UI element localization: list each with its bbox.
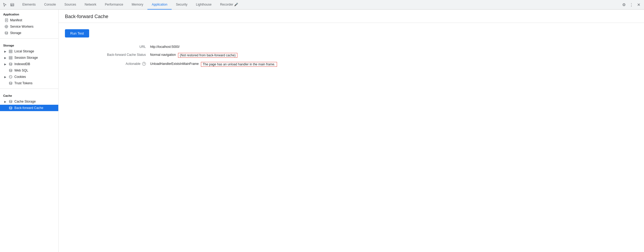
close-icon[interactable]: ✕	[635, 2, 642, 8]
tab-bar: Elements Console Sources Network Perform…	[0, 0, 644, 10]
url-value: http://localhost:5000/	[150, 45, 638, 49]
main-content: Back-forward Cache Run Test URL http://l…	[59, 10, 644, 252]
actionable-label-container: Actionable ?	[126, 62, 146, 66]
sidebar-item-cache-storage[interactable]: ▶ Cache Storage	[0, 98, 58, 105]
back-forward-cache-label: Back-forward Cache	[14, 106, 43, 110]
local-storage-label: Local Storage	[14, 49, 34, 53]
svg-rect-18	[9, 56, 12, 57]
svg-point-25	[11, 76, 11, 76]
expand-arrow-cache: ▶	[4, 100, 6, 103]
cache-storage-icon	[9, 100, 13, 103]
svg-point-24	[10, 76, 10, 77]
run-test-button[interactable]: Run Test	[65, 29, 89, 37]
svg-point-23	[9, 75, 12, 78]
tab-performance[interactable]: Performance	[101, 0, 127, 10]
svg-rect-16	[9, 51, 12, 52]
status-tag: (Not restored from back-forward cache)	[178, 53, 237, 58]
sidebar-item-trust-tokens[interactable]: Trust Tokens	[0, 80, 58, 86]
svg-point-26	[11, 77, 11, 77]
tab-memory[interactable]: Memory	[127, 0, 147, 10]
expand-arrow-local: ▶	[4, 50, 6, 53]
cursor-icon[interactable]	[2, 2, 7, 7]
session-storage-icon	[9, 56, 13, 60]
window-icon[interactable]	[10, 2, 15, 7]
svg-point-22	[9, 69, 12, 70]
svg-point-14	[5, 32, 8, 33]
sidebar-item-cookies[interactable]: ▶ Cookies	[0, 74, 58, 80]
expand-arrow-cookies: ▶	[4, 75, 6, 78]
service-workers-icon	[4, 25, 9, 28]
sidebar-item-local-storage[interactable]: ▶ Local Storage	[0, 48, 58, 54]
cache-status-label: Back-forward Cache Status	[86, 53, 150, 58]
sidebar: Application Manifest	[0, 10, 59, 252]
cookies-icon	[9, 75, 13, 79]
url-text: http://localhost:5000/	[150, 45, 180, 49]
status-normal-text: Normal navigation	[150, 53, 176, 57]
tab-recorder[interactable]: Recorder 🎤	[216, 0, 242, 10]
svg-point-27	[10, 77, 10, 77]
actionable-reason: UnloadHandlerExistsInMainFrame	[150, 62, 199, 66]
sidebar-section-storage: Storage	[0, 41, 58, 48]
svg-point-30	[9, 107, 12, 108]
sidebar-divider-2	[0, 89, 58, 89]
sidebar-item-session-storage[interactable]: ▶ Session Storage	[0, 54, 58, 61]
settings-icon[interactable]: ⚙	[621, 2, 627, 8]
cache-status-value: Normal navigation (Not restored from bac…	[150, 53, 638, 58]
svg-rect-0	[11, 3, 14, 6]
actionable-label-text: Actionable	[126, 62, 141, 66]
tab-bar-actions: ⚙ ⋮ ✕	[621, 2, 642, 8]
manifest-icon	[4, 18, 9, 22]
page-title: Back-forward Cache	[65, 14, 638, 19]
trust-tokens-label: Trust Tokens	[14, 81, 32, 85]
sidebar-item-storage[interactable]: Storage	[0, 30, 58, 36]
sidebar-item-back-forward-cache[interactable]: Back-forward Cache	[0, 105, 58, 111]
tab-sources[interactable]: Sources	[60, 0, 80, 10]
tab-lighthouse[interactable]: Lighthouse	[192, 0, 216, 10]
svg-rect-15	[9, 50, 12, 51]
svg-rect-19	[9, 57, 12, 58]
svg-point-9	[6, 26, 7, 27]
cache-storage-label: Cache Storage	[14, 100, 36, 103]
sidebar-section-application: Application	[0, 10, 58, 17]
storage-icon	[4, 31, 9, 35]
sidebar-item-service-workers[interactable]: Service Workers	[0, 23, 58, 30]
content-body: Run Test URL http://localhost:5000/ Back…	[59, 23, 644, 73]
sidebar-item-indexeddb[interactable]: ▶ IndexedDB	[0, 61, 58, 67]
session-storage-label: Session Storage	[14, 56, 38, 60]
indexeddb-label: IndexedDB	[14, 62, 30, 66]
web-sql-label: Web SQL	[14, 69, 28, 72]
trust-tokens-icon	[9, 81, 13, 85]
url-label: URL	[86, 45, 150, 49]
tab-list: Elements Console Sources Network Perform…	[18, 0, 621, 10]
svg-point-21	[9, 63, 12, 64]
content-header: Back-forward Cache	[59, 10, 644, 23]
indexeddb-icon	[9, 62, 13, 66]
actionable-description-tag: The page has an unload handler in the ma…	[201, 62, 277, 67]
tab-elements[interactable]: Elements	[18, 0, 40, 10]
back-forward-cache-icon	[9, 106, 13, 110]
tab-network[interactable]: Network	[80, 0, 101, 10]
svg-point-28	[9, 82, 12, 83]
svg-point-29	[9, 100, 12, 101]
service-workers-label: Service Workers	[10, 25, 34, 28]
storage-label: Storage	[10, 31, 21, 35]
cookies-label: Cookies	[14, 75, 26, 79]
more-icon[interactable]: ⋮	[628, 2, 634, 8]
manifest-label: Manifest	[10, 18, 22, 22]
help-icon[interactable]: ?	[142, 62, 146, 66]
sidebar-section-cache: Cache	[0, 91, 58, 98]
info-grid: URL http://localhost:5000/ Back-forward …	[86, 45, 638, 67]
tab-application[interactable]: Application	[147, 0, 172, 10]
tab-security[interactable]: Security	[172, 0, 192, 10]
tab-console[interactable]: Console	[40, 0, 60, 10]
expand-arrow-session: ▶	[4, 56, 6, 59]
sidebar-item-web-sql[interactable]: Web SQL	[0, 67, 58, 74]
expand-arrow-idb: ▶	[4, 63, 6, 66]
actionable-value: UnloadHandlerExistsInMainFrame The page …	[150, 62, 638, 67]
sidebar-divider-1	[0, 38, 58, 39]
devtools-icons	[2, 2, 15, 7]
local-storage-icon	[9, 49, 13, 53]
sidebar-item-manifest[interactable]: Manifest	[0, 17, 58, 23]
svg-rect-20	[9, 58, 12, 59]
web-sql-icon	[9, 69, 13, 72]
